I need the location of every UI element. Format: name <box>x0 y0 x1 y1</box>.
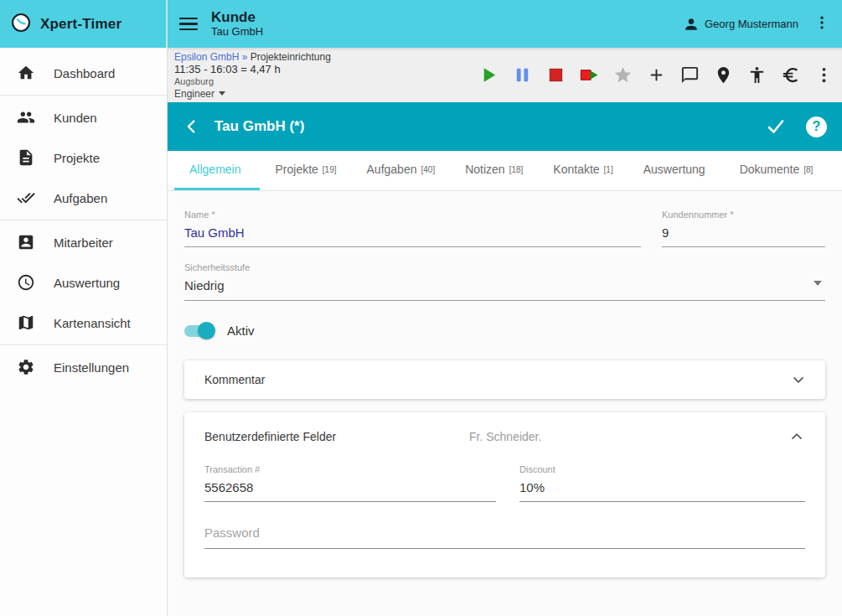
customer-number-field[interactable] <box>662 225 825 247</box>
sidebar-item-label: Auswertung <box>54 276 120 290</box>
custom-fields-hint: Fr. Schneider. <box>469 430 541 443</box>
home-icon <box>17 64 35 82</box>
active-toggle-label: Aktiv <box>227 324 255 338</box>
sidebar-divider <box>0 220 167 220</box>
double-check-icon <box>17 189 35 207</box>
dropdown-arrow-icon <box>814 281 822 286</box>
page-title: Kunde <box>211 9 263 25</box>
back-arrow-icon[interactable] <box>183 117 201 136</box>
topbar-titles: Kunde Tau GmbH <box>211 9 263 39</box>
clock-icon <box>17 273 35 292</box>
tab-notizen[interactable]: Notizen[18] <box>450 151 538 190</box>
role-dropdown[interactable]: Engineer <box>174 89 331 99</box>
stop-button[interactable] <box>546 65 566 85</box>
stop-and-play-button[interactable] <box>580 65 599 85</box>
toggle-knob <box>198 322 215 339</box>
add-button[interactable] <box>647 65 666 85</box>
star-button[interactable] <box>613 65 633 85</box>
sidebar-item-dashboard[interactable]: Dashboard <box>0 53 167 93</box>
tab-count: [1] <box>604 165 613 174</box>
discount-field[interactable] <box>519 480 805 502</box>
tab-auswertung[interactable]: Auswertung <box>628 151 725 190</box>
time-range: 11:35 - 16:03 = 4,47 h <box>174 64 331 75</box>
tab-allgemein[interactable]: Allgemein <box>174 151 260 190</box>
tab-count: [19] <box>323 165 337 174</box>
chevron-up-icon[interactable] <box>788 428 805 445</box>
chevron-down-icon[interactable] <box>790 371 807 388</box>
security-level-select[interactable]: Sicherheitsstufe Niedrig <box>184 262 825 301</box>
breadcrumb-parent[interactable]: Epsilon GmbH <box>174 51 239 63</box>
tab-count: [8] <box>803 165 813 174</box>
pause-button[interactable] <box>513 65 532 85</box>
sidebar-item-mitarbeiter[interactable]: Mitarbeiter <box>0 222 167 262</box>
active-toggle[interactable] <box>184 325 213 337</box>
location-pin-button[interactable] <box>714 65 733 85</box>
play-button[interactable] <box>479 65 498 85</box>
name-field[interactable] <box>184 225 641 247</box>
sidebar-item-label: Dashboard <box>54 66 115 80</box>
discount-label: Discount <box>519 464 805 474</box>
document-icon <box>17 148 35 167</box>
sidebar: Xpert-Timer Dashboard Kunden Projekte Au… <box>0 0 168 616</box>
app-title: Xpert-Timer <box>40 16 121 33</box>
help-icon[interactable]: ? <box>806 116 827 137</box>
timer-toolbar <box>479 65 834 85</box>
save-check-icon[interactable] <box>766 116 786 137</box>
security-level-value[interactable]: Niedrig <box>184 278 825 301</box>
topbar: Kunde Tau GmbH Georg Mustermann <box>168 0 842 48</box>
custom-fields-panel: Benutzerdefinierte Felder Fr. Schneider.… <box>184 412 825 577</box>
app-header: Xpert-Timer <box>0 0 167 48</box>
name-label: Name * <box>184 210 641 220</box>
sidebar-item-label: Aufgaben <box>54 191 107 205</box>
main-area: Kunde Tau GmbH Georg Mustermann Epsilon … <box>168 0 842 616</box>
tab-dokumente[interactable]: Dokumente[8] <box>725 151 829 190</box>
sidebar-item-einstellungen[interactable]: Einstellungen <box>0 347 167 387</box>
form-content: Name * Kundennummer * Sicherheitsstufe N… <box>168 191 842 616</box>
map-icon <box>17 313 35 332</box>
tab-bar: Allgemein Projekte[19] Aufgaben[40] Noti… <box>168 151 842 191</box>
topbar-more-icon[interactable] <box>814 14 830 34</box>
customer-number-label: Kundennummer * <box>662 210 825 220</box>
hamburger-menu-icon[interactable] <box>179 18 198 31</box>
password-field[interactable] <box>204 525 805 549</box>
euro-button[interactable] <box>781 65 800 85</box>
caret-down-icon <box>219 91 225 96</box>
sidebar-item-auswertung[interactable]: Auswertung <box>0 262 167 303</box>
sidebar-item-kunden[interactable]: Kunden <box>0 97 167 137</box>
custom-fields-title: Benutzerdefinierte Felder <box>204 430 469 443</box>
sidebar-item-label: Einstellungen <box>54 360 129 375</box>
comment-panel-title: Kommentar <box>204 373 265 386</box>
breadcrumb-separator: » <box>242 51 248 63</box>
sidebar-item-label: Projekte <box>54 151 100 165</box>
user-chip[interactable]: Georg Mustermann <box>683 16 798 33</box>
tab-aufgaben[interactable]: Aufgaben[40] <box>352 151 451 190</box>
sidebar-divider <box>0 344 167 345</box>
gear-icon <box>17 358 35 376</box>
breadcrumb[interactable]: Epsilon GmbH » Projekteinrichtung <box>174 52 331 62</box>
accessibility-person-button[interactable] <box>747 65 767 85</box>
comment-panel-header[interactable]: Kommentar <box>184 360 825 399</box>
sidebar-item-kartenansicht[interactable]: Kartenansicht <box>0 303 167 343</box>
location-label: Augsburg <box>174 77 331 86</box>
detail-header: Tau GmbH (*) ? <box>168 102 842 151</box>
breadcrumb-current[interactable]: Projekteinrichtung <box>251 51 331 63</box>
security-level-label: Sicherheitsstufe <box>184 262 825 272</box>
role-label: Engineer <box>174 89 214 99</box>
tab-count: [40] <box>421 165 435 174</box>
user-name: Georg Mustermann <box>705 18 798 30</box>
sidebar-item-aufgaben[interactable]: Aufgaben <box>0 178 167 218</box>
comment-button[interactable] <box>680 65 700 85</box>
sidebar-item-projekte[interactable]: Projekte <box>0 137 167 178</box>
page-subtitle: Tau GmbH <box>211 25 263 39</box>
user-icon <box>683 16 700 33</box>
active-task-info: Epsilon GmbH » Projekteinrichtung 11:35 … <box>174 52 331 99</box>
sidebar-item-label: Kartenansicht <box>54 316 131 330</box>
toolbar-more-icon[interactable] <box>814 65 834 85</box>
transaction-field[interactable] <box>204 480 496 502</box>
tab-count: [18] <box>509 165 524 174</box>
tab-kontakte[interactable]: Kontakte[1] <box>538 151 628 190</box>
transaction-label: Transaction # <box>204 464 496 474</box>
tab-projekte[interactable]: Projekte[19] <box>260 151 351 190</box>
custom-fields-panel-header[interactable]: Benutzerdefinierte Felder Fr. Schneider. <box>204 412 805 461</box>
person-badge-icon <box>17 233 35 251</box>
